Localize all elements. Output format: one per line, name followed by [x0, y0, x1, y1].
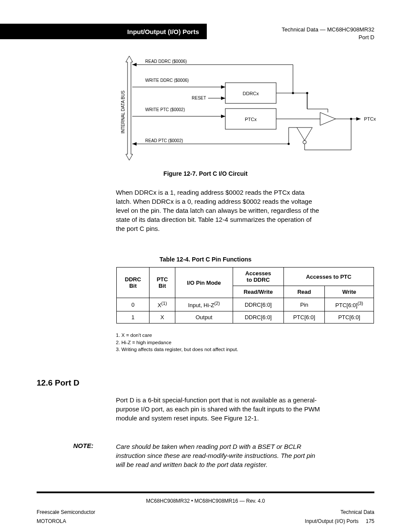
cell-io: Input, Hi-Z(2)	[175, 298, 233, 311]
note-body: Care should be taken when reading port D…	[116, 442, 374, 469]
figure-caption: Figure 12-7. Port C I/O Circuit	[0, 170, 411, 177]
runhead-line1: Technical Data — MC68HC908MR32	[282, 26, 374, 34]
svg-point-37	[288, 143, 290, 145]
body-l3: module and system reset inputs. See Figu…	[116, 414, 259, 422]
read-ptc-label: READ PTC ($0002)	[145, 138, 183, 143]
read-ddrc-label: READ DDRC ($0006)	[145, 59, 187, 64]
table-row: 0X(1)Input, Hi-Z(2)DDRC[6:0]PinPTC[6:0](…	[117, 298, 374, 311]
note-l3: will be read and written back to the por…	[116, 461, 268, 468]
th-access-ptc: Accesses to PTC	[283, 268, 374, 286]
th-ddrc: DDRC Bit	[117, 268, 149, 298]
para-when-ddrcx: When DDRCx is a 1, reading address $0002…	[116, 188, 374, 233]
svg-marker-28	[356, 117, 361, 121]
th-rw: Read/Write	[233, 286, 283, 298]
svg-marker-12	[132, 142, 137, 146]
svg-marker-9	[221, 115, 225, 118]
table-row: 1XOutputDDRC[6:0]PTC[6:0]PTC[6:0]	[117, 311, 374, 324]
ptcx-pin-label: PTCx	[364, 116, 376, 121]
note-l2: instruction since these are read-modify-…	[116, 452, 315, 459]
para-l5: the port C pins.	[116, 225, 160, 232]
para-l3: level on the pin. The data latch can alw…	[116, 207, 319, 214]
reset-label: RESET	[192, 96, 206, 100]
note-2: 2. Hi-Z = high impedance	[116, 339, 374, 346]
th-access-ddrc: Accesses to DDRC	[233, 268, 283, 286]
svg-marker-0	[126, 56, 133, 160]
write-ptc-label: WRITE PTC ($0002)	[145, 107, 185, 112]
footer-pagelabel: Input/Output (I/O) Ports	[305, 518, 359, 524]
cell-read: PTC[6:0]	[283, 311, 324, 324]
cell-io: Output	[175, 311, 233, 324]
para-l2: latch. When DDRCx is a 0, reading addres…	[116, 198, 312, 205]
svg-marker-32	[297, 128, 312, 140]
section-heading-port-d: 12.6 Port D	[37, 378, 79, 388]
th-ptc: PTC Bit	[149, 268, 175, 298]
ptcx-box: PTCx	[245, 117, 257, 122]
cell-access: DDRC[6:0]	[233, 311, 283, 324]
table-caption: Table 12-4. Port C Pin Functions	[0, 256, 411, 263]
note-l1: Care should be taken when reading port D…	[116, 443, 301, 450]
th-read: Read	[283, 286, 324, 298]
figure-port-c-io: INTERNAL DATA BUS READ DDRC ($0006) WRIT…	[106, 56, 381, 168]
cell-read: Pin	[283, 298, 324, 311]
cell-ddrc: 0	[117, 298, 149, 311]
note-label: NOTE:	[73, 442, 93, 449]
svg-marker-24	[320, 112, 336, 125]
section-body-port-d: Port D is a 6-bit special-function port …	[116, 395, 374, 423]
running-head: Technical Data — MC68HC908MR32 Port D	[282, 26, 374, 41]
cell-write: PTC[6:0](3)	[325, 298, 374, 311]
footer-section: MOTOROLA	[37, 518, 66, 524]
svg-point-33	[303, 140, 306, 144]
ddrcx-box: DDRCx	[243, 91, 259, 96]
footer-doc: MC68HC908MR32 • MC68HC908MR16 — Rev. 4.0	[0, 498, 411, 504]
cell-write: PTC[6:0]	[325, 311, 374, 324]
para-l1: When DDRCx is a 1, reading address $0002…	[116, 189, 305, 196]
table-notes: 1. X = don't care 2. Hi-Z = high impedan…	[116, 332, 374, 354]
cell-ddrc: 1	[117, 311, 149, 324]
footer-rule	[37, 492, 374, 493]
footer-pagenum-value: 175	[366, 518, 374, 524]
svg-marker-2	[132, 63, 137, 66]
port-c-pin-table: DDRC Bit PTC Bit I/O Pin Mode Accesses t…	[116, 267, 374, 324]
th-io: I/O Pin Mode	[175, 268, 233, 298]
svg-marker-4	[221, 85, 225, 89]
footer-company: Freescale Semiconductor	[37, 509, 95, 515]
bus-label: INTERNAL DATA BUS	[121, 90, 125, 134]
cell-access: DDRC[6:0]	[233, 298, 283, 311]
note-3: 3. Writing affects data register, but do…	[116, 346, 374, 353]
write-ddrc-label: WRITE DDRC ($0006)	[145, 78, 189, 83]
footer-rev: Technical Data	[340, 509, 374, 515]
cell-ptc: X(1)	[149, 298, 175, 311]
para-l4: state of its data direction bit. Table 1…	[116, 216, 311, 223]
footer-pagenum: Input/Output (I/O) Ports 175	[305, 518, 374, 524]
note-1: 1. X = don't care	[116, 332, 374, 339]
cell-ptc: X	[149, 311, 175, 324]
runhead-line2: Port D	[282, 34, 374, 41]
svg-marker-6	[221, 96, 225, 100]
body-l2: purpose I/O port, as each pin is shared …	[116, 405, 320, 413]
header-blackbar: Input/Output (I/O) Ports	[0, 24, 207, 39]
th-write: Write	[325, 286, 374, 298]
body-l1: Port D is a 6-bit special-function port …	[116, 396, 317, 404]
